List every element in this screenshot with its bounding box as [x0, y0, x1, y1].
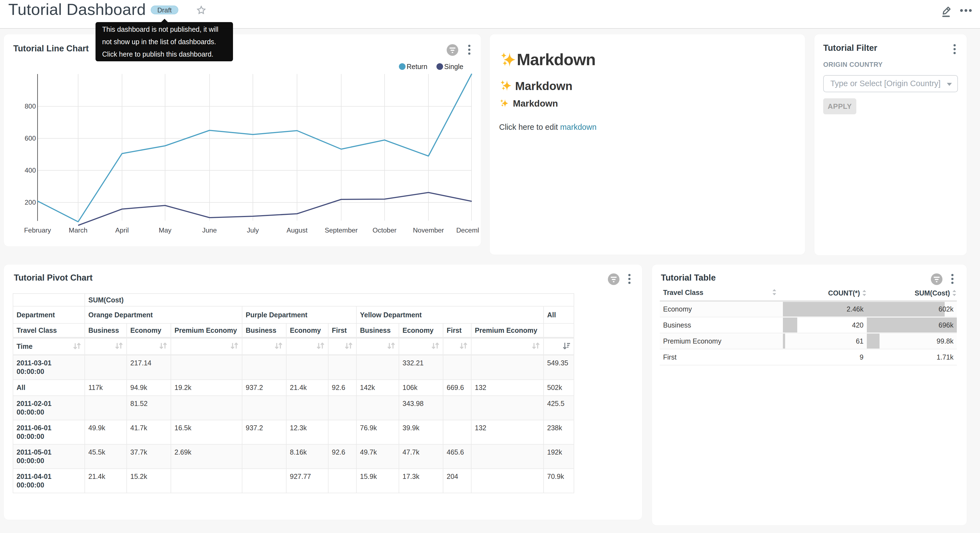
svg-text:Single: Single [444, 63, 463, 70]
svg-text:200: 200 [25, 199, 36, 206]
svg-text:June: June [202, 227, 217, 234]
svg-text:Return: Return [407, 63, 427, 70]
svg-text:February: February [24, 227, 51, 234]
svg-text:400: 400 [25, 166, 36, 174]
svg-text:October: October [373, 227, 397, 234]
svg-text:September: September [325, 227, 358, 234]
svg-text:August: August [286, 227, 307, 234]
svg-text:July: July [247, 227, 259, 234]
svg-text:800: 800 [25, 102, 36, 110]
svg-text:April: April [115, 227, 129, 234]
svg-text:600: 600 [25, 134, 36, 142]
svg-text:May: May [159, 227, 172, 234]
svg-text:December: December [456, 227, 479, 234]
svg-text:March: March [69, 227, 88, 234]
svg-text:November: November [413, 227, 444, 234]
